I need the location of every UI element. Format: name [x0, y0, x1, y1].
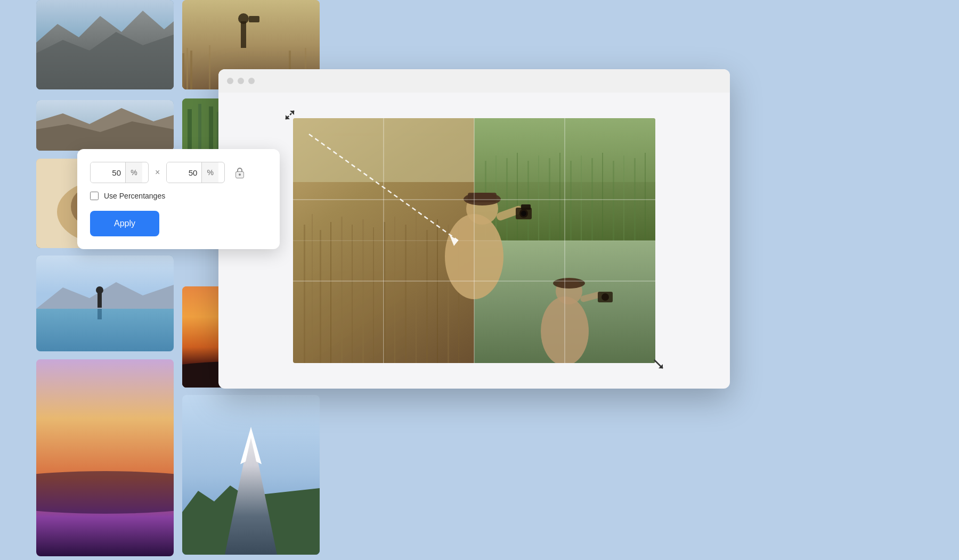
svg-point-95 — [553, 278, 585, 289]
svg-rect-26 — [186, 48, 188, 89]
main-editor-image — [293, 118, 655, 363]
svg-point-20 — [36, 471, 174, 514]
resize-dialog: % × % Use Percentanges Apply — [77, 149, 280, 249]
svg-rect-52 — [304, 225, 305, 363]
dimension-inputs-row: % × % — [90, 162, 267, 183]
svg-rect-87 — [468, 193, 497, 202]
browser-dot-close — [227, 78, 233, 84]
browser-titlebar — [218, 69, 730, 93]
svg-rect-25 — [182, 53, 184, 89]
svg-rect-76 — [570, 161, 572, 241]
svg-rect-65 — [437, 219, 438, 363]
svg-rect-22 — [241, 21, 246, 48]
bg-photo-lake — [36, 256, 174, 351]
svg-rect-18 — [97, 309, 102, 319]
svg-marker-44 — [286, 115, 290, 119]
browser-content — [218, 93, 730, 389]
svg-point-92 — [521, 211, 526, 216]
height-percent-label: % — [201, 162, 218, 183]
svg-rect-63 — [416, 214, 417, 363]
use-percentages-label: Use Percentanges — [104, 192, 165, 200]
svg-rect-75 — [559, 153, 560, 241]
image-editor-area — [293, 118, 655, 363]
apply-button[interactable]: Apply — [90, 211, 159, 236]
svg-point-17 — [96, 286, 103, 294]
bg-photo-purple-sky — [36, 359, 174, 556]
width-input-wrapper: % — [90, 162, 149, 183]
svg-rect-72 — [527, 161, 529, 241]
svg-rect-80 — [613, 161, 614, 241]
svg-rect-79 — [602, 153, 603, 241]
bg-photo-mountains — [36, 0, 174, 89]
height-input[interactable] — [167, 162, 201, 183]
bg-photo-landscape — [36, 100, 174, 151]
svg-rect-83 — [645, 153, 646, 241]
height-input-wrapper: % — [166, 162, 225, 183]
svg-rect-61 — [394, 217, 395, 363]
svg-rect-62 — [405, 225, 407, 363]
width-input[interactable] — [91, 162, 125, 183]
svg-rect-56 — [341, 217, 343, 363]
svg-rect-16 — [97, 293, 102, 308]
svg-rect-54 — [320, 230, 321, 363]
svg-rect-64 — [426, 230, 428, 363]
svg-rect-55 — [330, 222, 331, 363]
bg-photo-snowy-mountain — [182, 395, 320, 555]
resize-handle-topleft[interactable] — [282, 108, 297, 125]
resize-handle-bottomright[interactable] — [651, 357, 666, 374]
svg-rect-15 — [36, 309, 174, 351]
svg-rect-24 — [249, 16, 259, 22]
svg-rect-59 — [373, 227, 374, 363]
svg-rect-58 — [362, 219, 364, 363]
browser-dot-minimize — [238, 78, 244, 84]
svg-point-98 — [602, 293, 609, 301]
use-percentages-row: Use Percentanges — [90, 192, 267, 200]
svg-rect-28 — [209, 45, 210, 89]
svg-rect-81 — [623, 155, 624, 241]
svg-point-23 — [238, 13, 249, 24]
svg-rect-90 — [521, 204, 531, 210]
width-percent-label: % — [125, 162, 142, 183]
svg-rect-73 — [538, 155, 539, 241]
svg-rect-27 — [190, 51, 192, 89]
svg-rect-19 — [36, 359, 174, 556]
lock-aspect-button[interactable] — [231, 164, 248, 181]
browser-dot-expand — [248, 78, 255, 84]
svg-rect-57 — [352, 225, 353, 363]
svg-rect-53 — [312, 214, 313, 363]
use-percentages-checkbox[interactable] — [90, 192, 99, 200]
svg-point-109 — [239, 174, 241, 176]
multiply-separator: × — [155, 168, 160, 177]
svg-rect-77 — [581, 155, 582, 241]
browser-window — [218, 69, 730, 389]
svg-rect-71 — [517, 153, 518, 241]
